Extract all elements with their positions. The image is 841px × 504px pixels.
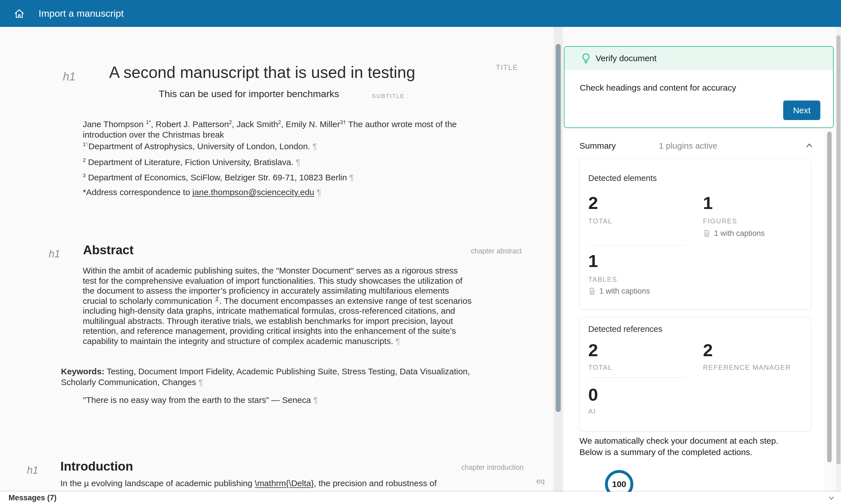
introduction-paragraph: In the µ evolving landscape of academic … [60,479,437,488]
summary-title: Summary [579,141,616,151]
messages-bar[interactable]: Messages (7) [0,492,841,504]
figures-captions-row: 1 with captions [703,229,765,238]
verify-panel-header: Verify document [564,47,833,70]
document-scrollbar-thumb[interactable] [556,44,561,412]
chapter-introduction-tag: chapter introduction [461,463,524,471]
next-button[interactable]: Next [783,101,820,120]
reference-manager-count: 2 [703,341,713,359]
references-total-label: TOTAL [588,363,612,372]
keywords-line: Keywords: Testing, Document Import Fidel… [61,366,503,388]
page-title: Import a manuscript [38,8,124,19]
affiliation-3: 3 Department of Economics, SciFlow, Belz… [83,173,354,182]
tables-captions-row: 1 with captions [588,287,650,295]
doc-icon [588,287,596,295]
divider [588,377,686,378]
figures-label: FIGURES [703,217,737,225]
subtitle-tag: SUBTITLE [372,93,405,100]
tables-captions-text: 1 with captions [599,287,650,295]
verify-document-panel: Verify document Check headings and conte… [564,46,834,128]
elements-total-count: 2 [588,194,598,212]
app-header: Import a manuscript [0,0,841,27]
authors-line: Jane Thompson 1*, Robert J. Patterson2, … [83,119,479,140]
verify-panel-title: Verify document [596,54,656,63]
detected-elements-card: Detected elements 2 TOTAL 1 FIGURES 1 wi… [579,159,811,309]
home-icon[interactable] [14,8,25,19]
summary-section: Summary 1 plugins active Detected elemen… [564,131,825,504]
import-manuscript-app: Import a manuscript h1 A second manuscri… [0,0,841,504]
detected-references-card: Detected references 2 TOTAL 2 REFERENCE … [579,317,811,431]
chevron-up-icon[interactable] [805,141,814,150]
doc-icon [703,230,711,237]
affiliation-1: 1¶Department of Astrophysics, University… [83,142,317,151]
reference-manager-label: REFERENCE MANAGER [703,363,791,372]
eq-tag: eq [537,477,545,486]
heading-level-marker-title: h1 [63,70,76,83]
lightbulb-icon [580,53,592,64]
heading-level-marker-abstract: h1 [49,248,60,260]
manuscript-subtitle: This can be used for importer benchmarks [159,88,339,100]
title-tag: TITLE [496,64,518,72]
elements-total-label: TOTAL [588,217,612,225]
abstract-heading: Abstract [83,243,134,257]
card-title: Detected elements [588,174,657,183]
heading-level-marker-introduction: h1 [27,464,38,476]
figures-count: 1 [703,194,713,212]
completion-score-value: 100 [612,479,626,489]
card-title: Detected references [588,324,662,334]
divider [588,245,686,246]
chapter-abstract-tag: chapter abstract [471,247,522,255]
correspondence-line[interactable]: *Address correspondence to jane.thompson… [83,187,321,197]
affiliation-2: 2 Department of Literature, Fiction Univ… [83,158,300,167]
messages-label: Messages (7) [8,493,57,502]
abstract-paragraph: Within the ambit of academic publishing … [83,266,473,346]
ai-references-count: 0 [588,386,598,403]
chevron-down-icon[interactable] [827,494,835,502]
manuscript-title: A second manuscript that is used in test… [109,63,415,82]
sidebar-scrollbar-thumb[interactable] [827,132,831,462]
auto-check-text-line1: We automatically check your document at … [579,436,778,446]
epigraph-quote: "There is no easy way from the earth to … [83,395,318,405]
window-scrollbar-thumb[interactable] [837,35,840,464]
introduction-heading: Introduction [60,459,133,473]
tables-count: 1 [588,252,598,270]
figures-captions-text: 1 with captions [714,229,765,238]
auto-check-text-line2: Below is a summary of the completed acti… [579,447,752,457]
plugins-active-status: 1 plugins active [659,141,717,151]
references-total-count: 2 [588,341,598,359]
tables-label: TABLES [588,275,617,284]
verify-instruction: Check headings and content for accuracy [580,83,736,93]
ai-references-label: AI [588,408,596,415]
